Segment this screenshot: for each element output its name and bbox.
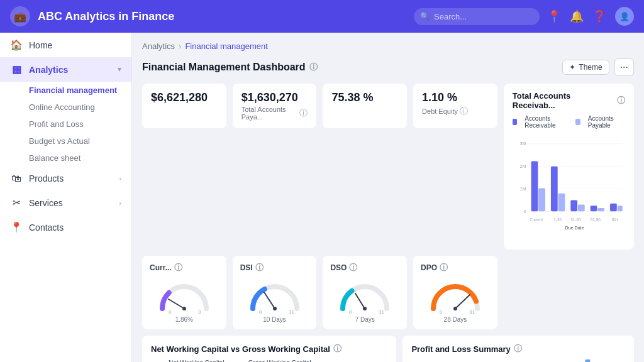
gauge-dso: DSO ⓘ 0 31 7 Days (323, 256, 407, 329)
gwc-legend-label: Gross Working Capital (248, 359, 311, 362)
info-icon-nwc[interactable]: ⓘ (333, 343, 341, 354)
nwc-title: Net Working Capital vs Gross Working Cap… (151, 343, 387, 354)
sidebar-item-analytics[interactable]: ▦ Analytics ▾ (0, 57, 131, 82)
info-icon-curr[interactable]: ⓘ (174, 262, 182, 273)
gauge-curr-title: Curr... ⓘ (150, 262, 182, 273)
main-content: Analytics › Financial management Financi… (132, 33, 644, 362)
sidebar-sub-balance[interactable]: Balance sheet (0, 150, 131, 167)
info-icon-dso[interactable]: ⓘ (349, 262, 357, 273)
theme-icon: ✦ (569, 63, 575, 72)
svg-text:31: 31 (469, 309, 475, 315)
user-avatar[interactable]: 👤 (615, 7, 634, 26)
gauge-dsi: DSI ⓘ 0 31 10 Days (233, 256, 317, 329)
svg-text:1-30: 1-30 (553, 217, 562, 222)
info-icon-recv[interactable]: ⓘ (617, 95, 625, 106)
gauge-dso-title: DSO ⓘ (330, 262, 357, 273)
home-icon: 🏠 (10, 39, 23, 51)
pl-chart-card: Profit and Loss Summary ⓘ Sales, COGS, O… (402, 336, 634, 362)
more-button[interactable]: ··· (614, 58, 634, 76)
pl-chart-svg: Sales, COGS, OE Profit Loss 3.5M 3M 2.5M… (411, 359, 625, 362)
sidebar-label-contacts: Contacts (29, 222, 64, 233)
gauge-dso-label: 7 Days (355, 316, 375, 323)
bar-pay-1-30 (558, 194, 565, 212)
svg-line-26 (455, 295, 470, 309)
svg-text:0: 0 (349, 309, 352, 315)
sidebar-sub-profit-loss[interactable]: Profit and Loss (0, 116, 131, 133)
sidebar-sub-budget[interactable]: Budget vs Actual (0, 133, 131, 150)
svg-text:0: 0 (523, 209, 526, 214)
receivables-legend: Accounts Receivable Accounts Payable (513, 115, 625, 129)
svg-line-18 (264, 292, 275, 309)
chevron-right-icon: › (119, 175, 121, 182)
app-header: 💼 ABC Analytics in Finance 🔍 📍 🔔 ❓ 👤 (0, 0, 644, 33)
svg-text:Current: Current (530, 217, 543, 222)
chevron-right-icon-2: › (119, 199, 121, 207)
svg-text:31: 31 (379, 309, 384, 315)
sidebar-sub-online-accounting[interactable]: Online Accounting (0, 99, 131, 116)
gauge-dsi-svg: 0 31 (247, 277, 303, 315)
bar-pay-31-60 (578, 205, 585, 212)
info-icon-pl[interactable]: ⓘ (514, 343, 522, 354)
svg-text:3M: 3M (519, 141, 526, 146)
kpi-card-2: 75.38 % (323, 84, 407, 128)
sidebar-item-services[interactable]: ✂ Services › (0, 190, 131, 215)
sidebar-item-home[interactable]: 🏠 Home (0, 33, 131, 57)
location-icon[interactable]: 📍 (547, 9, 561, 23)
sidebar: 🏠 Home ▦ Analytics ▾ Financial managemen… (0, 33, 132, 362)
svg-text:0: 0 (169, 309, 172, 315)
kpi-row: $6,621,280 $1,630,270 Total Accounts Pay… (142, 84, 634, 250)
nwc-chart-card: Net Working Capital vs Gross Working Cap… (142, 336, 396, 362)
breadcrumb-separator: › (179, 41, 181, 51)
breadcrumb: Analytics › Financial management (142, 41, 634, 51)
bar-pay-61-90 (597, 208, 604, 211)
receivables-chart-svg: 3M 2M 1M 0 (513, 133, 625, 239)
gauge-dpo-svg: 0 31 (427, 277, 484, 315)
breadcrumb-current: Financial management (185, 41, 268, 51)
header-icons: 📍 🔔 ❓ 👤 (547, 7, 634, 26)
gauge-curr: Curr... ⓘ 0 3 1.86% (142, 256, 226, 329)
kpi-card-0: $6,621,280 (142, 84, 226, 128)
svg-point-23 (363, 307, 367, 310)
receivables-card: Total Accounts Receivab... ⓘ Accounts Re… (504, 84, 634, 250)
info-icon-payable[interactable]: ⓘ (299, 107, 308, 119)
svg-text:3: 3 (198, 309, 201, 315)
sidebar-item-contacts[interactable]: 📍 Contacts (0, 215, 131, 239)
gauge-dpo-label: 28 Days (444, 316, 467, 323)
nwc-legend-label: Net Working Capital (169, 359, 225, 362)
bar-recv-61-90 (590, 206, 597, 211)
sidebar-label-services: Services (29, 198, 63, 208)
breadcrumb-analytics[interactable]: Analytics (142, 41, 175, 51)
bar-recv-current (531, 162, 538, 212)
info-icon-dsi[interactable]: ⓘ (255, 262, 264, 273)
svg-line-22 (355, 293, 365, 309)
bottom-charts-row: Net Working Capital vs Gross Working Cap… (142, 336, 634, 362)
sidebar-sub-financial[interactable]: Financial management (0, 82, 131, 99)
services-icon: ✂ (10, 197, 23, 209)
svg-text:31-60: 31-60 (570, 217, 581, 222)
bar-pay-current (538, 189, 545, 212)
sidebar-item-products[interactable]: 🛍 Products › (0, 167, 131, 190)
legend-payable-label: Accounts Payable (588, 115, 625, 129)
legend-payable-color (575, 119, 580, 125)
kpi-value-0: $6,621,280 (151, 91, 218, 104)
kpi-label-1: Total Accounts Paya... ⓘ (242, 106, 308, 121)
gauge-dso-svg: 0 31 (336, 277, 393, 315)
kpi-value-3: 1.10 % (422, 91, 489, 104)
search-input[interactable] (414, 8, 540, 25)
svg-rect-143 (586, 359, 591, 362)
kpi-label-3: Debt Equity ⓘ (422, 106, 489, 117)
kpi-value-1: $1,630,270 (242, 91, 308, 104)
kpi-value-2: 75.38 % (331, 91, 398, 104)
dashboard-header: Financial Management Dashboard ⓘ ✦ Theme… (142, 58, 634, 76)
info-icon-title[interactable]: ⓘ (309, 62, 318, 73)
kpi-card-3: 1.10 % Debt Equity ⓘ (413, 84, 497, 128)
help-icon[interactable]: ❓ (592, 9, 606, 23)
products-icon: 🛍 (10, 173, 23, 184)
gauge-dsi-title: DSI ⓘ (240, 262, 264, 273)
theme-button[interactable]: ✦ Theme (562, 60, 609, 75)
kpi-card-1: $1,630,270 Total Accounts Paya... ⓘ (233, 84, 317, 128)
svg-point-19 (273, 307, 277, 310)
info-icon-dpo[interactable]: ⓘ (440, 262, 448, 273)
bell-icon[interactable]: 🔔 (570, 9, 584, 23)
info-icon-debt[interactable]: ⓘ (460, 106, 468, 117)
